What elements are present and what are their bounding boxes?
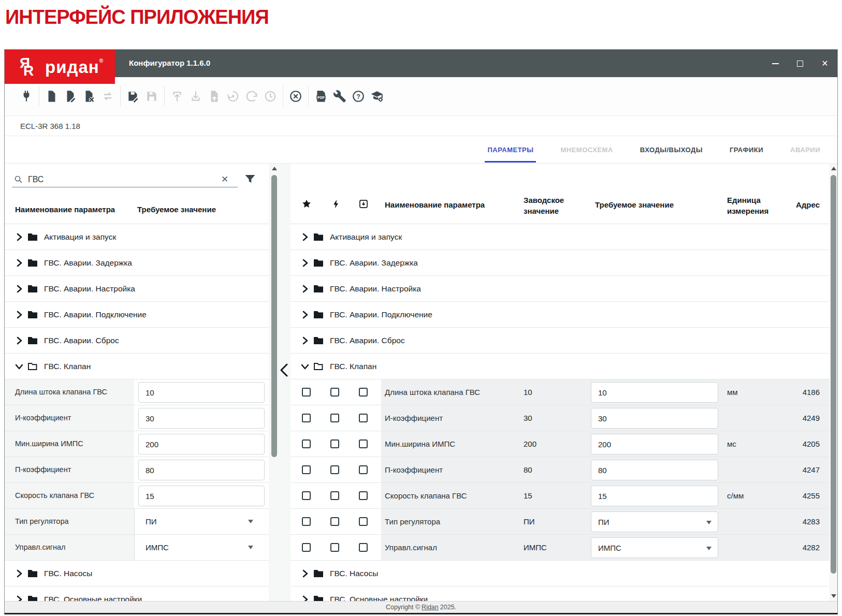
- minimize-button[interactable]: [763, 50, 788, 77]
- graduation-gear-icon: [370, 90, 384, 103]
- tree-group-row[interactable]: ГВС. Аварии. Подключение: [5, 302, 269, 328]
- quick-access-checkbox[interactable]: [330, 388, 339, 397]
- write-checkbox[interactable]: [359, 414, 368, 422]
- favorite-checkbox[interactable]: [302, 465, 311, 474]
- write-config-button[interactable]: [124, 87, 142, 106]
- tree-group-row[interactable]: ГВС. Основные настройки: [291, 586, 829, 601]
- maximize-button[interactable]: [788, 50, 812, 77]
- tab-inputs-outputs[interactable]: ВХОДЫ/ВЫХОДЫ: [637, 137, 705, 163]
- write-checkbox[interactable]: [359, 543, 368, 552]
- parameter-row: Тип регулятора ПИ ПИ 4283: [291, 509, 829, 535]
- new-config-button[interactable]: [42, 87, 61, 106]
- tree-group-row[interactable]: ГВС. Аварии. Сброс: [291, 328, 829, 354]
- parameter-label: Управл.сигнал: [385, 543, 437, 552]
- favorite-checkbox[interactable]: [302, 543, 311, 552]
- help-button[interactable]: ?: [349, 87, 368, 106]
- clear-search-icon[interactable]: ✕: [221, 174, 228, 185]
- tree-group-row-expanded[interactable]: ГВС. Клапан: [291, 354, 829, 379]
- toolbar: PDF ?: [5, 77, 837, 116]
- parameter-value-input[interactable]: [138, 460, 265, 480]
- tree-group-row[interactable]: Активация и запуск: [291, 224, 829, 250]
- quick-access-checkbox[interactable]: [330, 517, 339, 526]
- group-label: ГВС. Клапан: [330, 362, 376, 371]
- tab-parameters[interactable]: ПАРАМЕТРЫ: [485, 137, 536, 163]
- save-button[interactable]: [142, 87, 161, 106]
- scroll-up-arrow[interactable]: [831, 167, 836, 170]
- disconnect-button[interactable]: [286, 87, 305, 106]
- write-checkbox[interactable]: [359, 388, 368, 397]
- tree-group-row[interactable]: ГВС. Аварии. Настройка: [291, 276, 829, 302]
- parameter-select[interactable]: ИМПС: [134, 535, 269, 560]
- scrollbar-thumb[interactable]: [831, 175, 836, 574]
- tree-group-row[interactable]: ГВС. Насосы: [291, 561, 829, 586]
- right-table-header: Наименование параметра Заводскоезначение…: [291, 164, 829, 224]
- write-checkbox[interactable]: [359, 465, 368, 474]
- favorite-checkbox[interactable]: [302, 388, 311, 397]
- collapse-panel-chevron[interactable]: [278, 362, 289, 378]
- required-value-input[interactable]: [591, 408, 718, 429]
- tab-mnemoscheme[interactable]: МНЕМОСХЕМА: [558, 137, 615, 163]
- import-file-button[interactable]: [205, 87, 224, 106]
- parameter-value-input[interactable]: [138, 382, 265, 403]
- quick-access-checkbox[interactable]: [330, 465, 339, 474]
- toolbar-separator: [164, 86, 165, 107]
- tree-group-row[interactable]: ГВС. Насосы: [5, 561, 269, 586]
- required-value-input[interactable]: [591, 382, 718, 403]
- sync-exchange-button[interactable]: [98, 87, 117, 106]
- search-input[interactable]: [28, 175, 199, 184]
- required-value-input[interactable]: [591, 460, 718, 480]
- tree-group-row[interactable]: ГВС. Аварии. Задержка: [291, 250, 829, 276]
- tab-alarms[interactable]: АВАРИИ: [788, 137, 823, 163]
- service-tools-button[interactable]: [330, 87, 349, 106]
- parameter-select[interactable]: ПИ: [134, 509, 269, 534]
- favorite-checkbox[interactable]: [302, 439, 311, 448]
- write-checkbox[interactable]: [359, 517, 368, 526]
- left-table-header: Наименование параметра Требуемое значени…: [5, 195, 269, 224]
- parameter-value-input[interactable]: [138, 408, 265, 429]
- tree-group-row-expanded[interactable]: ГВС. Клапан: [5, 354, 269, 379]
- history-undo-button[interactable]: [242, 87, 261, 106]
- favorite-checkbox[interactable]: [302, 491, 311, 500]
- write-checkbox[interactable]: [359, 439, 368, 448]
- training-settings-button[interactable]: [368, 87, 386, 106]
- edit-config-button[interactable]: [61, 87, 80, 106]
- required-value-input[interactable]: [591, 434, 718, 454]
- scroll-down-arrow[interactable]: [831, 594, 836, 598]
- tree-group-row[interactable]: ГВС. Аварии. Настройка: [5, 276, 269, 302]
- ridan-link[interactable]: Ridan: [422, 604, 439, 611]
- write-checkbox[interactable]: [359, 491, 368, 500]
- scrollbar-thumb[interactable]: [271, 175, 277, 457]
- import-document-icon: [208, 90, 221, 103]
- delete-config-button[interactable]: [80, 87, 98, 106]
- favorite-checkbox[interactable]: [302, 414, 311, 422]
- close-button[interactable]: ✕: [812, 50, 837, 77]
- parameter-value-input[interactable]: [138, 486, 265, 506]
- tree-group-row[interactable]: ГВС. Аварии. Сброс: [5, 328, 269, 354]
- left-scrollbar[interactable]: [271, 166, 278, 599]
- filter-icon[interactable]: [244, 173, 256, 185]
- right-scrollbar[interactable]: [830, 166, 837, 599]
- tree-group-row[interactable]: ГВС. Аварии. Задержка: [5, 250, 269, 276]
- connect-plug-button[interactable]: [17, 87, 36, 106]
- download-from-device-button[interactable]: [186, 87, 205, 106]
- favorite-checkbox[interactable]: [302, 517, 311, 526]
- tree-group-row[interactable]: Активация и запуск: [5, 224, 269, 250]
- tree-group-row[interactable]: ГВС. Основные настройки: [5, 586, 269, 601]
- quick-access-checkbox[interactable]: [330, 414, 339, 422]
- disconnect-icon: [289, 90, 302, 103]
- restore-button[interactable]: [224, 87, 242, 106]
- time-clock-button[interactable]: [261, 87, 280, 106]
- quick-access-checkbox[interactable]: [330, 439, 339, 448]
- required-value-input[interactable]: [591, 486, 718, 506]
- quick-access-checkbox[interactable]: [330, 543, 339, 552]
- chevron-right-icon: [301, 285, 309, 293]
- parameter-value-input[interactable]: [138, 434, 265, 454]
- required-value-select[interactable]: ИМПС: [591, 537, 718, 558]
- tab-graphs[interactable]: ГРАФИКИ: [727, 137, 766, 163]
- tree-group-row[interactable]: ГВС. Аварии. Подключение: [291, 302, 829, 328]
- pdf-report-button[interactable]: PDF: [312, 87, 330, 106]
- upload-to-device-button[interactable]: [168, 87, 186, 106]
- required-value-select[interactable]: ПИ: [591, 511, 718, 532]
- scroll-up-arrow[interactable]: [272, 167, 277, 170]
- quick-access-checkbox[interactable]: [330, 491, 339, 500]
